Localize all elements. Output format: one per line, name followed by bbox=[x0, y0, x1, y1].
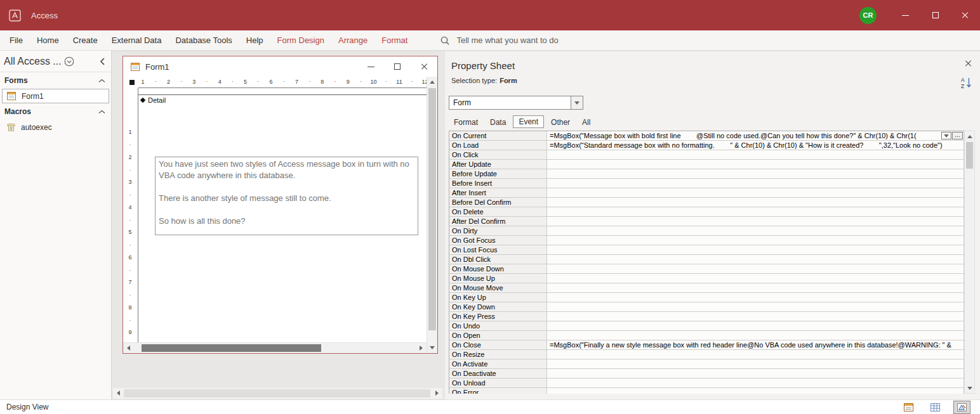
scroll-left-button[interactable] bbox=[123, 343, 134, 353]
property-value[interactable]: =MsgBox("Finally a new style message box… bbox=[547, 340, 964, 350]
property-label[interactable]: On Dbl Click bbox=[449, 255, 547, 264]
property-value[interactable] bbox=[547, 312, 964, 321]
property-value[interactable] bbox=[547, 179, 964, 188]
property-value[interactable] bbox=[547, 169, 964, 179]
property-value[interactable] bbox=[547, 378, 964, 388]
property-label[interactable]: On Lost Focus bbox=[449, 245, 547, 255]
property-label[interactable]: After Update bbox=[449, 160, 547, 169]
form-label-control[interactable]: You have just seen two styles of Access … bbox=[155, 157, 418, 235]
property-label[interactable]: On Dirty bbox=[449, 226, 547, 236]
property-value[interactable] bbox=[547, 369, 964, 378]
shutter-collapse-icon[interactable] bbox=[99, 57, 105, 66]
property-label[interactable]: On Mouse Move bbox=[449, 283, 547, 293]
property-dropdown-button[interactable] bbox=[941, 132, 951, 139]
property-value[interactable] bbox=[547, 293, 964, 302]
property-tab-event[interactable]: Event bbox=[513, 115, 544, 128]
builder-button[interactable]: ... bbox=[952, 132, 963, 139]
property-label[interactable]: On Current bbox=[449, 131, 547, 141]
ribbon-tab-home[interactable]: Home bbox=[30, 30, 66, 50]
sidebar-item-form1[interactable]: Form1 bbox=[2, 89, 109, 103]
property-value[interactable] bbox=[547, 198, 964, 207]
property-tab-data[interactable]: Data bbox=[485, 117, 511, 128]
property-value[interactable] bbox=[547, 236, 964, 245]
scroll-down-button[interactable] bbox=[427, 342, 437, 353]
property-label[interactable]: On Unload bbox=[449, 378, 547, 388]
scroll-left-button[interactable] bbox=[113, 388, 124, 398]
nav-pane-header[interactable]: All Access ... bbox=[0, 51, 111, 72]
form-minimize-button[interactable] bbox=[357, 56, 384, 77]
property-label[interactable]: On Load bbox=[449, 141, 547, 150]
property-label[interactable]: On Key Down bbox=[449, 302, 547, 312]
vertical-scroll-thumb[interactable] bbox=[428, 88, 436, 330]
property-label[interactable]: On Open bbox=[449, 331, 547, 340]
form-view-button[interactable] bbox=[901, 401, 917, 413]
property-scroll-thumb[interactable] bbox=[966, 142, 973, 169]
scroll-down-button[interactable] bbox=[965, 383, 974, 393]
ribbon-tab-arrange[interactable]: Arrange bbox=[331, 30, 374, 50]
property-tab-other[interactable]: Other bbox=[546, 117, 575, 128]
property-value[interactable] bbox=[547, 245, 964, 255]
form-horizontal-scrollbar[interactable] bbox=[123, 342, 427, 353]
ribbon-tab-external-data[interactable]: External Data bbox=[105, 30, 169, 50]
nav-group-header-forms[interactable]: Forms bbox=[0, 72, 111, 89]
scroll-up-button[interactable] bbox=[965, 131, 974, 141]
property-value[interactable] bbox=[547, 188, 964, 198]
ribbon-tab-file[interactable]: File bbox=[3, 30, 30, 50]
property-tab-all[interactable]: All bbox=[577, 117, 595, 128]
property-value[interactable] bbox=[547, 302, 964, 312]
horizontal-ruler[interactable]: 123456789101112··········· bbox=[138, 77, 427, 88]
property-value[interactable] bbox=[547, 207, 964, 217]
property-label[interactable]: On Mouse Up bbox=[449, 274, 547, 283]
property-value[interactable] bbox=[547, 226, 964, 236]
property-value[interactable] bbox=[547, 150, 964, 160]
property-value[interactable]: =MsgBox("Standard message box with no fo… bbox=[547, 141, 964, 150]
property-scrollbar[interactable] bbox=[964, 131, 975, 394]
maximize-button[interactable] bbox=[920, 0, 950, 30]
property-value[interactable] bbox=[547, 359, 964, 369]
property-label[interactable]: Before Update bbox=[449, 169, 547, 179]
selection-combobox[interactable]: Form bbox=[449, 96, 583, 110]
design-view-button[interactable] bbox=[954, 401, 970, 413]
sidebar-item-autoexec[interactable]: autoexec bbox=[2, 120, 109, 134]
mdi-scroll-thumb[interactable] bbox=[124, 389, 430, 398]
property-value[interactable] bbox=[547, 321, 964, 331]
ruler-origin[interactable] bbox=[123, 77, 138, 88]
form-vertical-scrollbar[interactable] bbox=[427, 77, 437, 353]
form-close-button[interactable] bbox=[411, 56, 437, 77]
close-button[interactable] bbox=[950, 0, 980, 30]
form-maximize-button[interactable] bbox=[384, 56, 411, 77]
property-value[interactable]: =MsgBox("Message box with bold first lin… bbox=[547, 131, 964, 141]
sort-icon[interactable]: AZ bbox=[961, 77, 972, 92]
datasheet-view-button[interactable] bbox=[927, 401, 943, 413]
property-label[interactable]: Before Insert bbox=[449, 179, 547, 188]
scroll-right-button[interactable] bbox=[416, 343, 427, 353]
user-avatar[interactable]: CR bbox=[859, 7, 877, 24]
property-label[interactable]: On Delete bbox=[449, 207, 547, 217]
form-window-titlebar[interactable]: Form1 bbox=[123, 56, 437, 77]
property-value[interactable] bbox=[547, 264, 964, 274]
mdi-horizontal-scrollbar[interactable] bbox=[113, 388, 442, 399]
ribbon-tab-create[interactable]: Create bbox=[66, 30, 105, 50]
detail-section-header[interactable]: Detail bbox=[138, 94, 427, 105]
property-label[interactable]: On Key Up bbox=[449, 293, 547, 302]
property-label[interactable]: On Mouse Down bbox=[449, 264, 547, 274]
ribbon-tab-help[interactable]: Help bbox=[239, 30, 270, 50]
property-value[interactable] bbox=[547, 160, 964, 169]
dropdown-circle-icon[interactable] bbox=[64, 56, 74, 67]
minimize-button[interactable] bbox=[891, 0, 920, 30]
property-label[interactable]: On Click bbox=[449, 150, 547, 160]
tell-me-search[interactable]: Tell me what you want to do bbox=[440, 36, 558, 46]
property-value[interactable] bbox=[547, 217, 964, 226]
scroll-up-button[interactable] bbox=[427, 77, 437, 87]
property-label[interactable]: On Activate bbox=[449, 359, 547, 369]
property-tab-format[interactable]: Format bbox=[449, 117, 483, 128]
nav-group-header-macros[interactable]: Macros bbox=[0, 103, 111, 120]
property-label[interactable]: On Key Press bbox=[449, 312, 547, 321]
property-label[interactable]: On Deactivate bbox=[449, 369, 547, 378]
combo-dropdown-button[interactable] bbox=[571, 96, 583, 109]
property-value[interactable] bbox=[547, 283, 964, 293]
property-value[interactable] bbox=[547, 331, 964, 340]
property-label[interactable]: After Del Confirm bbox=[449, 217, 547, 226]
ribbon-tab-format[interactable]: Format bbox=[374, 30, 414, 50]
property-label[interactable]: On Undo bbox=[449, 321, 547, 331]
